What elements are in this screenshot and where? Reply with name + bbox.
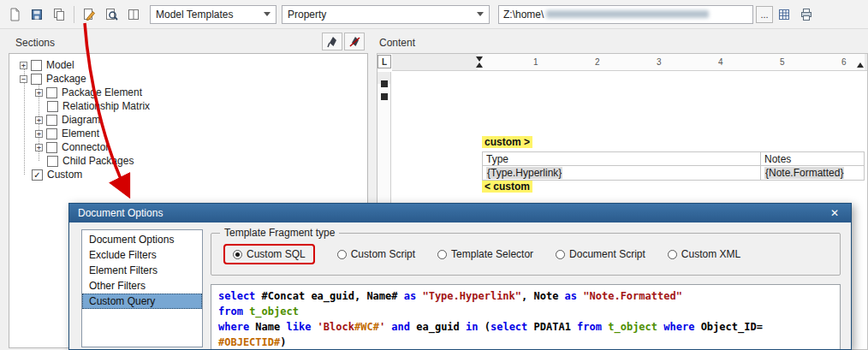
document-options-dialog: Document Options ✕ Document OptionsExclu… xyxy=(68,203,852,350)
dialog-title-bar[interactable]: Document Options ✕ xyxy=(69,204,851,222)
tree-item-child-packages[interactable]: Child Packages xyxy=(9,154,367,168)
ruler-number: 3 xyxy=(657,57,662,67)
tree-item-label: Connector xyxy=(62,141,109,153)
new-document-icon xyxy=(8,8,21,21)
tree-item-package-element[interactable]: +Package Element xyxy=(9,86,367,99)
print-preview-button[interactable] xyxy=(795,3,817,26)
dialog-nav-element-filters[interactable]: Element Filters xyxy=(82,263,202,278)
radio-button-icon[interactable] xyxy=(437,250,447,259)
radio-document-script[interactable]: Document Script xyxy=(556,248,645,260)
radio-custom-sql[interactable]: Custom SQL xyxy=(223,244,315,264)
sql-line: where Name like 'Block#WC#' and ea_guid … xyxy=(218,319,833,335)
property-combo[interactable]: Property xyxy=(282,5,490,24)
tree-item-connector[interactable]: +Connector xyxy=(9,140,367,154)
tree-item-custom[interactable]: ✓Custom xyxy=(9,168,367,181)
pen-slash-button[interactable] xyxy=(344,33,365,50)
radio-button-icon[interactable] xyxy=(233,250,242,259)
radio-label: Template Selector xyxy=(451,248,533,260)
sections-tree: +Model−Package+Package ElementRelationsh… xyxy=(9,58,367,181)
dialog-nav-exclude-filters[interactable]: Exclude Filters xyxy=(82,247,202,263)
tree-checkbox[interactable] xyxy=(31,74,42,85)
radio-custom-xml[interactable]: Custom XML xyxy=(668,248,740,260)
expand-icon[interactable]: + xyxy=(20,62,27,69)
radio-button-icon[interactable] xyxy=(556,250,565,259)
radio-button-icon[interactable] xyxy=(337,250,347,259)
expand-icon[interactable]: + xyxy=(35,130,43,138)
dialog-nav-list: Document OptionsExclude FiltersElement F… xyxy=(81,229,203,347)
pen-icon xyxy=(326,36,338,48)
tree-item-label: Package xyxy=(46,73,86,85)
sql-editor[interactable]: select #Concat ea_guid, Name# as "Type.H… xyxy=(211,284,841,349)
copy-icon xyxy=(52,8,66,21)
tree-item-element[interactable]: +Element xyxy=(9,127,367,140)
insert-table-button[interactable] xyxy=(773,3,795,26)
table-header-type: Type xyxy=(486,153,508,165)
radio-custom-script[interactable]: Custom Script xyxy=(337,248,415,260)
tree-checkbox[interactable] xyxy=(47,156,58,167)
right-indent-marker[interactable] xyxy=(857,62,864,68)
close-icon[interactable]: ✕ xyxy=(827,207,842,219)
collapse-icon[interactable]: − xyxy=(20,75,27,83)
app-window: Model Templates Property Z:\home\ ... Se… xyxy=(0,0,868,350)
radio-label: Custom Script xyxy=(351,248,415,260)
new-document-button[interactable] xyxy=(3,3,26,26)
find-in-document-button[interactable] xyxy=(100,3,122,26)
template-path-input[interactable]: Z:\home\ xyxy=(498,5,753,24)
tree-checkbox[interactable] xyxy=(46,142,57,153)
tree-checkbox[interactable] xyxy=(46,115,57,126)
sections-panel-label: Sections xyxy=(15,37,55,49)
tree-checkbox[interactable] xyxy=(31,60,42,71)
edit-template-icon xyxy=(82,8,96,21)
radio-label: Custom SQL xyxy=(247,248,306,260)
radio-label: Custom XML xyxy=(681,248,740,260)
note-formatted-field[interactable]: {Note.Formatted} xyxy=(764,167,844,179)
horizontal-ruler[interactable]: 123456 xyxy=(392,54,867,71)
expand-icon[interactable]: + xyxy=(35,144,43,151)
sql-line: #OBJECTID#) xyxy=(218,335,833,349)
dialog-body: Document OptionsExclude FiltersElement F… xyxy=(69,222,851,349)
edit-template-button[interactable] xyxy=(78,3,100,26)
pen-edit-button[interactable] xyxy=(322,33,342,50)
copy-button[interactable] xyxy=(48,3,70,26)
layout-columns-icon xyxy=(127,8,140,21)
tree-item-label: Package Element xyxy=(62,86,142,98)
tree-item-relationship-matrix[interactable]: Relationship Matrix xyxy=(9,99,367,113)
tree-item-label: Relationship Matrix xyxy=(62,100,150,112)
find-icon xyxy=(104,8,118,21)
type-hyperlink-field[interactable]: {Type.Hyperlink} xyxy=(486,167,562,179)
expand-icon[interactable]: + xyxy=(35,116,43,124)
margin-marker[interactable] xyxy=(381,93,388,100)
dialog-nav-custom-query[interactable]: Custom Query xyxy=(82,294,202,309)
indent-marker-bottom[interactable] xyxy=(476,62,483,68)
tree-item-label: Diagram xyxy=(62,114,100,126)
document-table[interactable]: Type Notes {Type.Hyperlink} {Note.Format… xyxy=(482,151,865,181)
dialog-title: Document Options xyxy=(78,207,163,219)
tree-item-package[interactable]: −Package xyxy=(9,72,367,86)
save-button[interactable] xyxy=(26,3,48,26)
tree-item-label: Element xyxy=(62,128,99,139)
browse-button[interactable]: ... xyxy=(756,6,773,23)
chevron-down-icon xyxy=(477,12,484,16)
margin-marker[interactable] xyxy=(381,80,388,87)
expand-icon[interactable]: + xyxy=(35,89,43,97)
ruler-number: 2 xyxy=(595,57,600,67)
tree-checkbox[interactable] xyxy=(46,87,57,98)
tab-stop-corner-box[interactable]: L xyxy=(378,55,391,68)
tree-item-label: Child Packages xyxy=(62,155,134,167)
tree-checkbox[interactable] xyxy=(47,101,58,112)
model-templates-combo[interactable]: Model Templates xyxy=(150,5,276,24)
layout-columns-button[interactable] xyxy=(122,3,145,26)
indent-marker-top[interactable] xyxy=(476,56,483,62)
tree-item-diagram[interactable]: +Diagram xyxy=(9,113,367,127)
tree-checkbox[interactable]: ✓ xyxy=(32,169,43,181)
radio-button-icon[interactable] xyxy=(668,250,677,259)
radio-template-selector[interactable]: Template Selector xyxy=(437,248,533,260)
dialog-nav-document-options[interactable]: Document Options xyxy=(82,232,202,247)
tree-checkbox[interactable] xyxy=(46,128,57,139)
tree-item-model[interactable]: +Model xyxy=(9,58,367,72)
pen-slash-icon xyxy=(348,36,360,48)
chevron-down-icon xyxy=(264,12,271,16)
dialog-nav-other-filters[interactable]: Other Filters xyxy=(82,278,202,294)
path-prefix-text: Z:\home\ xyxy=(503,9,544,21)
insert-table-icon xyxy=(777,8,791,21)
